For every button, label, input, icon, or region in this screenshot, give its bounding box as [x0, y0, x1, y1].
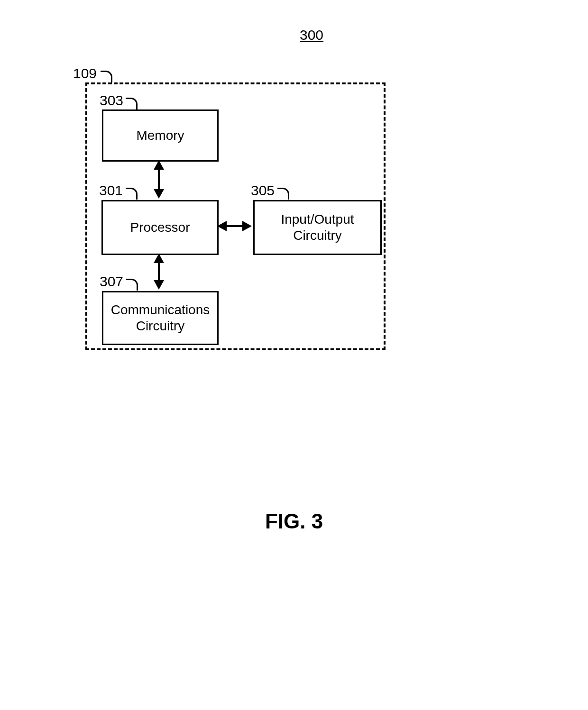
- memory-label: Memory: [133, 127, 187, 144]
- figure-number-top: 300: [300, 27, 323, 43]
- outer-container-ref: 109: [73, 65, 97, 82]
- ref-hook-303: [126, 98, 138, 109]
- ref-hook-109: [101, 71, 112, 82]
- io-block: Input/Output Circuitry: [253, 200, 382, 255]
- ref-hook-307: [126, 279, 138, 291]
- memory-ref: 303: [100, 92, 123, 109]
- memory-block: Memory: [102, 109, 219, 162]
- comm-label: Communications Circuitry: [108, 302, 213, 334]
- processor-label: Processor: [127, 219, 193, 236]
- processor-block: Processor: [101, 200, 219, 255]
- figure-caption: FIG. 3: [0, 510, 588, 533]
- ref-hook-305: [277, 188, 289, 200]
- diagram-page: 300 109 303 Memory 301 Processor 305 Inp…: [0, 0, 588, 710]
- comm-ref: 307: [100, 273, 123, 290]
- comm-block: Communications Circuitry: [102, 291, 219, 345]
- io-ref: 305: [251, 182, 275, 199]
- ref-hook-301: [126, 188, 138, 200]
- io-label: Input/Output Circuitry: [255, 211, 380, 243]
- processor-ref: 301: [99, 182, 123, 199]
